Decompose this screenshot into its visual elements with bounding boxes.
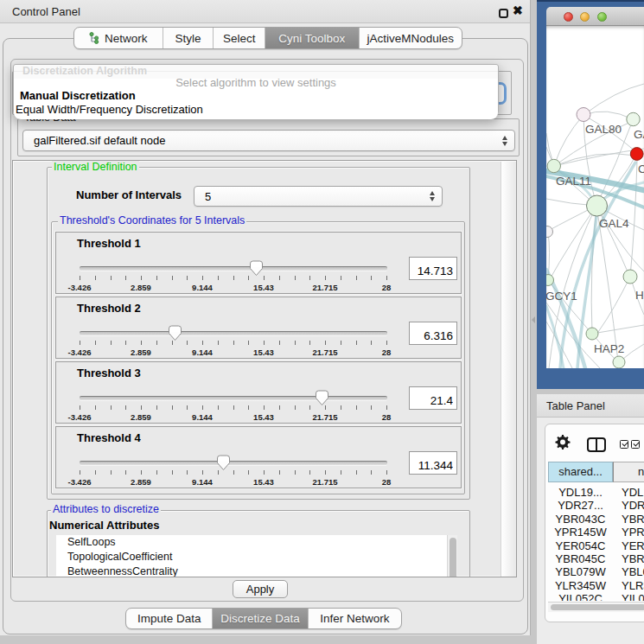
slider-track[interactable] <box>80 331 387 335</box>
mac-minimize-icon[interactable] <box>580 12 590 22</box>
slider-track[interactable] <box>80 461 387 465</box>
slider-tick <box>386 341 387 345</box>
popup-option-manual-discretization[interactable]: Manual Discretization <box>20 89 136 102</box>
slider-tick-label: 9.144 <box>192 283 213 292</box>
graph-node-node-bottom[interactable] <box>613 356 625 368</box>
threshold-slider[interactable] <box>80 386 387 421</box>
tab-jactivemnodules[interactable]: jActiveMNodules <box>360 28 462 48</box>
table-row[interactable]: YER054CYER054C <box>548 539 644 552</box>
table-cell-shared-name: YER054C <box>548 539 613 552</box>
column-header-shared-name[interactable]: shared... <box>548 462 613 482</box>
table-row[interactable]: YBR043CYBR043C <box>548 513 644 526</box>
popup-option-equal-width[interactable]: Equal Width/Frequency Discretization <box>16 103 203 116</box>
tab-cyni-toolbox[interactable]: Cyni Toolbox <box>265 28 360 48</box>
mac-close-icon[interactable] <box>564 12 573 22</box>
graph-edge[interactable] <box>555 115 583 163</box>
slider-tick <box>264 341 265 345</box>
threshold-value-field[interactable] <box>409 322 457 345</box>
checkbox-icon[interactable] <box>631 440 640 449</box>
table-row[interactable]: YLR345WYLR345W <box>548 579 644 592</box>
graph-node-node-left-edge[interactable] <box>546 226 553 238</box>
gear-icon[interactable] <box>555 435 571 450</box>
split-divider-collapse-icon[interactable] <box>532 316 535 323</box>
graph-node-node-right-H[interactable] <box>623 270 637 284</box>
slider-thumb[interactable] <box>216 455 231 471</box>
table-data-combobox[interactable]: galFiltered.sif default node <box>22 130 515 151</box>
slider-track[interactable] <box>80 396 387 400</box>
table-hscrollbar[interactable] <box>548 602 644 612</box>
slider-track[interactable] <box>80 266 387 271</box>
graph-node-label: GA <box>634 128 644 141</box>
slider-thumb[interactable] <box>315 390 329 406</box>
checkbox-icon[interactable] <box>620 440 628 449</box>
graph-node-label: C <box>638 163 644 175</box>
node-table: shared... name YDL19...YDL19...YDR27...Y… <box>548 462 644 613</box>
slider-tick-label: -3.426 <box>68 412 92 422</box>
settings-scrollbar-track[interactable] <box>501 162 517 577</box>
slider-tick <box>371 405 372 410</box>
network-icon-node <box>95 36 99 40</box>
table-data-combobox-value: galFiltered.sif default node <box>34 134 165 147</box>
slider-tick <box>386 276 387 280</box>
slider-tick <box>156 405 157 410</box>
attribute-list-item[interactable]: TopologicalCoefficient <box>56 550 447 564</box>
tab-select[interactable]: Select <box>214 28 265 48</box>
graph-edge[interactable] <box>630 161 637 277</box>
graph-edge[interactable] <box>583 84 644 115</box>
columns-icon[interactable] <box>587 437 606 452</box>
graph-node-GAL11[interactable] <box>547 159 560 172</box>
slider-thumb-highlight <box>316 392 327 397</box>
graph-node-GAL4[interactable] <box>587 195 608 216</box>
attributes-list-scrollbar[interactable] <box>447 535 457 577</box>
threshold-value-field[interactable] <box>409 451 457 475</box>
table-cell-shared-name: YBR043C <box>548 513 613 526</box>
close-icon[interactable]: ✖ <box>513 3 523 17</box>
tab-impute-data[interactable]: Impute Data <box>126 609 213 628</box>
tab-infer-network[interactable]: Infer Network <box>309 609 401 628</box>
graph-node-GCY1[interactable] <box>546 275 554 286</box>
graph-node-HAP2[interactable] <box>586 328 598 340</box>
tab-style[interactable]: Style <box>163 28 214 48</box>
table-cell-shared-name: YDR27... <box>548 499 613 512</box>
graph-edge[interactable] <box>554 154 635 166</box>
threshold-slider[interactable] <box>80 257 387 291</box>
apply-button[interactable]: Apply <box>233 580 288 598</box>
threshold-slider[interactable] <box>80 451 387 486</box>
float-window-icon[interactable] <box>499 9 508 18</box>
table-row[interactable]: YBL079WYBL079W <box>548 565 644 578</box>
slider-tick <box>279 470 280 475</box>
network-canvas[interactable]: GAL80GACGAL11GAL4GCY1HHAP2 <box>546 26 644 368</box>
attribute-list-item[interactable]: SelfLoops <box>56 535 447 550</box>
table-row[interactable]: YDR27...YDR27... <box>548 499 644 512</box>
table-row[interactable]: YBR045CYBR045C <box>548 552 644 565</box>
slider-thumb[interactable] <box>168 325 182 341</box>
threshold-value-field[interactable] <box>409 386 457 410</box>
graph-node-node-top-right[interactable] <box>627 112 640 125</box>
column-header-name[interactable]: name <box>613 462 644 482</box>
attribute-list-item[interactable]: BetweennessCentrality <box>56 564 447 577</box>
slider-tick-label: 15.43 <box>253 283 274 292</box>
popup-placeholder-item[interactable]: Select algorithm to view settings <box>14 76 498 89</box>
graph-node-GAL80[interactable] <box>577 108 590 122</box>
table-row[interactable]: YDL19...YDL19... <box>548 486 644 499</box>
slider-thumb[interactable] <box>249 260 264 277</box>
spinner-arrows-icon <box>430 190 436 202</box>
slider-tick <box>309 276 310 280</box>
tab-network[interactable]: Network <box>74 28 163 48</box>
numerical-attributes-list[interactable]: SelfLoopsTopologicalCoefficientBetweenne… <box>56 535 447 577</box>
tab-discretize-data[interactable]: Discretize Data <box>213 609 308 628</box>
number-of-intervals-spinner[interactable]: 5 <box>194 186 443 207</box>
threshold-slider[interactable] <box>80 322 387 356</box>
mac-zoom-icon[interactable] <box>597 12 607 22</box>
threshold-value-field[interactable] <box>409 257 457 280</box>
graph-edge[interactable] <box>583 112 633 119</box>
graph-node-selected-node[interactable] <box>630 148 643 161</box>
algorithm-dropdown-popup: Select algorithm to view settings Manual… <box>13 64 499 118</box>
table-row[interactable]: YIL052CYIL052C <box>548 592 644 601</box>
graph-edge[interactable] <box>598 277 630 332</box>
slider-tick <box>172 470 173 475</box>
table-hscrollbar-thumb[interactable] <box>551 604 644 610</box>
table-row[interactable]: YPR145WYPR145W <box>548 526 644 539</box>
attributes-list-scrollbar-thumb[interactable] <box>450 538 456 577</box>
slider-tick <box>187 276 188 280</box>
